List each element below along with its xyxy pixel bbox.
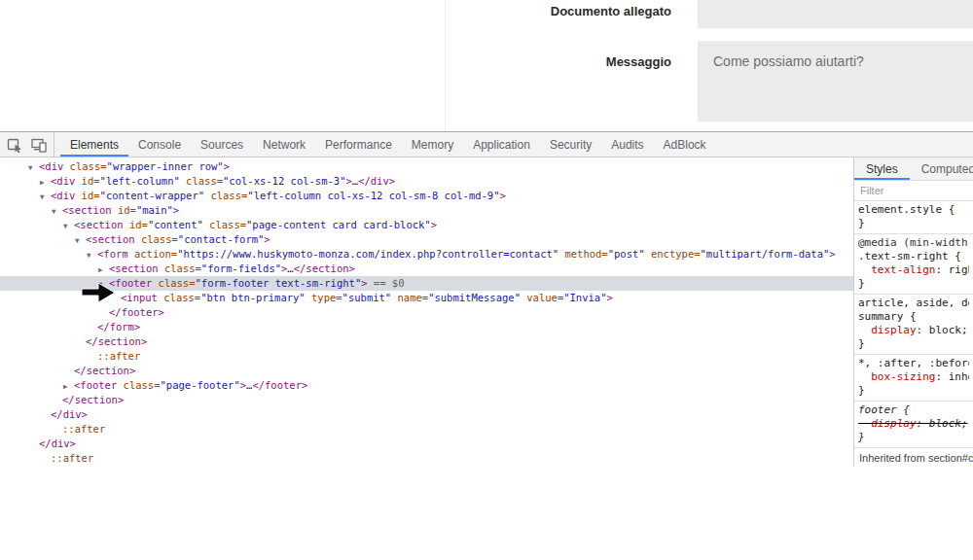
devtools-body: ▼<div class="wrapper-inner row">▶<div id… bbox=[0, 158, 973, 467]
dom-tree-row[interactable]: ▼<form action="https://www.huskymoto-mon… bbox=[0, 247, 853, 262]
dom-tree-row[interactable]: ▶<section class="form-fields">…</section… bbox=[0, 262, 853, 276]
styles-filter-input[interactable]: Filter bbox=[854, 181, 973, 201]
devtools-tab-network[interactable]: Network bbox=[253, 132, 315, 157]
devtools-tab-console[interactable]: Console bbox=[128, 132, 191, 157]
devtools-toolbar-icons bbox=[0, 132, 54, 157]
devtools-tab-adblock[interactable]: AdBlock bbox=[654, 132, 716, 157]
message-placeholder: Come possiamo aiutarti? bbox=[713, 53, 864, 69]
dom-tree-row[interactable]: <input class="btn btn-primary" type="sub… bbox=[0, 291, 853, 305]
disclosure-expanded-icon[interactable]: ▼ bbox=[75, 233, 86, 248]
devtools-tab-sources[interactable]: Sources bbox=[191, 132, 253, 157]
inspect-element-icon[interactable] bbox=[7, 137, 22, 153]
dom-tree-row[interactable]: </section> bbox=[0, 393, 853, 407]
devtools-tab-security[interactable]: Security bbox=[540, 132, 601, 157]
dom-tree-row[interactable]: ::after bbox=[0, 349, 853, 364]
dom-tree-row[interactable]: </footer> bbox=[0, 305, 853, 320]
device-toolbar-icon[interactable] bbox=[31, 137, 47, 153]
styles-sidebar-tabs: StylesComputed bbox=[854, 158, 973, 181]
styles-rules-list: element.style {}@media (min-width: 576px… bbox=[854, 201, 973, 448]
dom-tree-row[interactable]: ▼<div id="content-wrapper" class="left-c… bbox=[0, 189, 853, 203]
style-rule-line[interactable]: } bbox=[858, 217, 969, 230]
dom-tree-row[interactable]: </section> bbox=[0, 334, 853, 349]
attachment-label: Documento allegato bbox=[438, 4, 671, 18]
style-rule-line[interactable]: } bbox=[858, 337, 969, 351]
disclosure-expanded-icon[interactable]: ▼ bbox=[40, 190, 51, 204]
style-rule-line[interactable]: article, aside, details, bbox=[858, 297, 969, 310]
disclosure-collapsed-icon[interactable]: ▶ bbox=[40, 175, 51, 190]
devtools-tab-performance[interactable]: Performance bbox=[315, 132, 402, 157]
screenshot-root: { "page": { "attachment_label": "Documen… bbox=[0, 0, 973, 560]
style-rule-line[interactable]: *, :after, :before { bbox=[858, 357, 969, 370]
dom-tree-row[interactable]: ▼<section id="content" class="page-conte… bbox=[0, 218, 853, 232]
sidebar-tab-computed[interactable]: Computed bbox=[910, 158, 973, 180]
dom-tree-row[interactable]: ::after bbox=[0, 422, 853, 437]
dom-tree-row[interactable]: ▶<div id="left-column" class="col-xs-12 … bbox=[0, 174, 853, 189]
disclosure-expanded-icon[interactable]: ▼ bbox=[28, 160, 39, 175]
devtools-tab-elements[interactable]: Elements bbox=[60, 132, 128, 157]
style-rule-line[interactable]: footer { bbox=[858, 403, 969, 417]
style-rule[interactable]: @media (min-width: 576px).text-sm-right … bbox=[854, 234, 973, 295]
style-rule[interactable]: article, aside, details,summary { displa… bbox=[854, 295, 973, 355]
message-textarea[interactable]: Come possiamo aiutarti? bbox=[698, 41, 973, 122]
disclosure-expanded-icon[interactable]: ▼ bbox=[87, 248, 97, 262]
devtools-panel: ElementsConsoleSourcesNetworkPerformance… bbox=[0, 131, 973, 467]
sidebar-tab-styles[interactable]: Styles bbox=[854, 158, 910, 180]
style-rule-line[interactable]: text-align: right; bbox=[858, 263, 969, 277]
style-rule-line[interactable]: } bbox=[858, 384, 969, 398]
style-rule-line[interactable]: @media (min-width: 576px) bbox=[858, 236, 969, 250]
dom-tree-row[interactable]: </div> bbox=[0, 437, 853, 451]
style-rule-line[interactable]: display: block; bbox=[858, 324, 969, 337]
style-rule-line[interactable]: .text-sm-right { bbox=[858, 250, 969, 263]
disclosure-collapsed-icon[interactable]: ▶ bbox=[98, 262, 109, 277]
style-rule[interactable]: *, :after, :before { box-sizing: inherit… bbox=[854, 355, 973, 402]
elements-tree: ▼<div class="wrapper-inner row">▶<div id… bbox=[0, 158, 853, 467]
disclosure-collapsed-icon[interactable]: ▶ bbox=[63, 379, 74, 394]
style-rule-line[interactable]: element.style { bbox=[858, 203, 969, 217]
style-rule-line[interactable]: summary { bbox=[858, 310, 969, 324]
style-rule-line[interactable]: display: block; bbox=[858, 417, 969, 431]
attachment-upload-area[interactable] bbox=[698, 0, 973, 28]
style-rule-line[interactable]: box-sizing: inherit; bbox=[858, 370, 969, 384]
devtools-tab-audits[interactable]: Audits bbox=[601, 132, 653, 157]
dom-tree-row[interactable]: </div> bbox=[0, 407, 853, 422]
style-rule-line[interactable]: } bbox=[858, 431, 969, 444]
dom-tree-row[interactable]: </section> bbox=[0, 364, 853, 378]
message-label: Messaggio bbox=[438, 54, 671, 69]
dom-tree-row[interactable]: ▼<footer class="form-footer text-sm-righ… bbox=[0, 276, 853, 291]
dom-tree-row[interactable]: ▼<section class="contact-form"> bbox=[0, 232, 853, 247]
dom-tree-row[interactable]: ::after bbox=[0, 451, 853, 466]
dom-tree-row[interactable]: ▶<footer class="page-footer">…</footer> bbox=[0, 378, 853, 393]
webpage-area: Documento allegato Messaggio Come possia… bbox=[0, 0, 973, 131]
styles-filter-placeholder: Filter bbox=[860, 185, 883, 196]
dom-tree-row[interactable]: ▼<section id="main"> bbox=[0, 203, 853, 218]
style-rule-line[interactable]: } bbox=[858, 277, 969, 291]
annotation-arrow bbox=[82, 282, 116, 303]
dom-tree-row[interactable]: ▼<div class="wrapper-inner row"> bbox=[0, 159, 853, 174]
disclosure-expanded-icon[interactable]: ▼ bbox=[52, 204, 62, 219]
devtools-tabs: ElementsConsoleSourcesNetworkPerformance… bbox=[60, 132, 716, 157]
inherited-from-header: Inherited from section#content bbox=[854, 448, 973, 467]
devtools-toolbar: ElementsConsoleSourcesNetworkPerformance… bbox=[0, 132, 973, 158]
disclosure-expanded-icon[interactable]: ▼ bbox=[63, 219, 74, 233]
style-rule[interactable]: footer { display: block;} bbox=[854, 402, 973, 448]
devtools-tab-memory[interactable]: Memory bbox=[402, 132, 463, 157]
styles-sidebar: StylesComputed Filter element.style {}@m… bbox=[853, 158, 973, 467]
devtools-tab-application[interactable]: Application bbox=[463, 132, 540, 157]
style-rule[interactable]: element.style {} bbox=[854, 201, 973, 234]
dom-tree-row[interactable]: </form> bbox=[0, 320, 853, 334]
